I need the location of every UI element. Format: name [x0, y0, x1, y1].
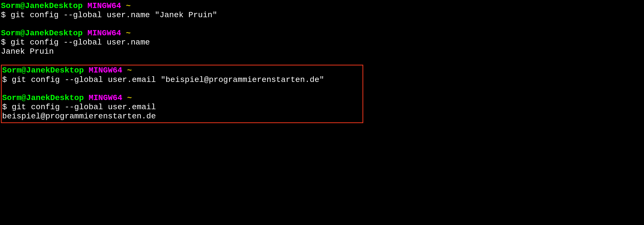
command-block: Sorm@JanekDesktop MINGW64 ~ $ git config… — [1, 1, 643, 20]
command-output: beispiel@programmierenstarten.de — [2, 112, 362, 121]
highlight-box: Sorm@JanekDesktop MINGW64 ~ $ git config… — [1, 65, 363, 123]
command-text: git config --global user.email — [12, 103, 156, 112]
command-line: $ git config --global user.name "Janek P… — [1, 10, 643, 20]
prompt-line: Sorm@JanekDesktop MINGW64 ~ — [1, 29, 643, 38]
user-host: Sorm@JanekDesktop — [1, 29, 83, 38]
path-indicator: ~ — [127, 93, 132, 102]
prompt-symbol: $ — [2, 75, 7, 84]
prompt-line: Sorm@JanekDesktop MINGW64 ~ — [2, 66, 362, 75]
shell-env: MINGW64 — [88, 29, 121, 38]
prompt-line: Sorm@JanekDesktop MINGW64 ~ — [2, 93, 362, 103]
command-block: Sorm@JanekDesktop MINGW64 ~ $ git config… — [1, 29, 643, 56]
shell-env: MINGW64 — [88, 66, 122, 75]
user-host: Sorm@JanekDesktop — [2, 66, 84, 75]
path-indicator: ~ — [126, 29, 131, 38]
user-host: Sorm@JanekDesktop — [2, 93, 84, 102]
shell-env: MINGW64 — [88, 1, 121, 10]
shell-env: MINGW64 — [88, 93, 122, 102]
command-text: git config --global user.name — [10, 38, 150, 47]
path-indicator: ~ — [126, 1, 131, 10]
command-block: Sorm@JanekDesktop MINGW64 ~ $ git config… — [2, 93, 362, 121]
command-text: git config --global user.name "Janek Pru… — [10, 10, 217, 19]
user-host: Sorm@JanekDesktop — [1, 1, 83, 10]
command-block: Sorm@JanekDesktop MINGW64 ~ $ git config… — [2, 66, 362, 84]
prompt-symbol: $ — [1, 10, 6, 19]
command-line: $ git config --global user.email "beispi… — [2, 75, 362, 84]
path-indicator: ~ — [127, 66, 132, 75]
command-text: git config --global user.email "beispiel… — [12, 75, 324, 84]
terminal-area[interactable]: Sorm@JanekDesktop MINGW64 ~ $ git config… — [1, 1, 643, 123]
command-line: $ git config --global user.name — [1, 38, 643, 47]
prompt-line: Sorm@JanekDesktop MINGW64 ~ — [1, 1, 643, 10]
command-line: $ git config --global user.email — [2, 103, 362, 112]
prompt-symbol: $ — [2, 103, 7, 112]
prompt-symbol: $ — [1, 38, 6, 47]
command-output: Janek Pruin — [1, 47, 643, 56]
